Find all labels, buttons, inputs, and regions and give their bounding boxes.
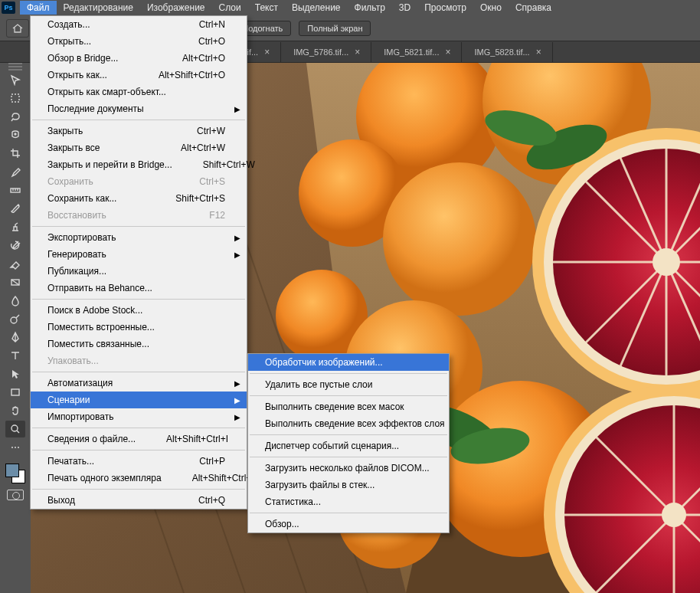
file-menu-item[interactable]: Печать одного экземпляраAlt+Shift+Ctrl+P [31, 470, 247, 487]
submenu-arrow-icon: ▶ [234, 234, 240, 242]
tool-crop[interactable] [5, 145, 25, 162]
fullscreen-button[interactable]: Полный экран [299, 21, 371, 36]
file-menu-item[interactable]: Поместить встроенные... [31, 319, 247, 336]
file-menu-item[interactable]: Поместить связанные... [31, 336, 247, 352]
menu-shortcut: Alt+Ctrl+O [152, 53, 225, 64]
menu-separator [250, 513, 447, 513]
menu-separator [32, 226, 245, 227]
color-swatches[interactable] [4, 462, 27, 485]
home-button[interactable] [6, 19, 29, 38]
close-icon[interactable]: × [355, 47, 360, 57]
quick-select-icon [9, 129, 21, 141]
file-menu-item[interactable]: Сведения о файле...Alt+Shift+Ctrl+I [31, 431, 247, 447]
file-menu-item[interactable]: Публикация... [31, 263, 247, 280]
file-menu-item[interactable]: Обзор в Bridge...Alt+Ctrl+O [31, 50, 247, 67]
file-menu-item[interactable]: Печатать...Ctrl+P [31, 453, 247, 470]
file-menu-item[interactable]: Закрыть и перейти в Bridge...Shift+Ctrl+… [31, 156, 247, 173]
file-menu-item[interactable]: Сценарии▶ [31, 392, 247, 408]
file-menu-item[interactable]: Импортировать▶ [31, 408, 247, 425]
tool-ruler[interactable] [5, 182, 25, 198]
menu-item-label: Выход [47, 495, 75, 506]
document-tab[interactable]: IMG_5828.tif...× [462, 42, 552, 62]
tool-eraser[interactable] [5, 255, 25, 272]
menu-item-label: Сценарии [47, 395, 90, 405]
file-menu-item[interactable]: ВыходCtrl+Q [31, 492, 247, 509]
scripts-menu-item[interactable]: Загрузить файлы в стек... [248, 477, 449, 493]
tool-move[interactable] [5, 71, 25, 88]
file-menu-item[interactable]: Генерировать▶ [31, 246, 247, 263]
brush-icon [9, 202, 21, 215]
tool-lasso[interactable] [5, 108, 25, 125]
file-menu-item[interactable]: Последние документы▶ [31, 100, 247, 117]
scripts-menu-item[interactable]: Обработчик изображений... [248, 354, 449, 371]
document-tab[interactable]: IMG_5786.tif...× [281, 42, 371, 62]
menubar-item-изображение[interactable]: Изображение [140, 1, 212, 15]
svg-point-3 [15, 133, 16, 135]
menubar-item-текст[interactable]: Текст [248, 1, 285, 15]
tool-quick-select[interactable] [5, 126, 25, 143]
menubar-item-файл[interactable]: Файл [20, 1, 57, 15]
menu-separator [250, 373, 447, 374]
tool-marquee[interactable] [5, 90, 25, 106]
file-menu-item[interactable]: Экспортировать▶ [31, 229, 247, 246]
scripts-menu-item[interactable]: Статистика... [248, 493, 449, 510]
file-menu-item[interactable]: Поиск в Adobe Stock... [31, 302, 247, 319]
menubar-item-редактирование[interactable]: Редактирование [57, 1, 140, 15]
file-menu-item[interactable]: ЗакрытьCtrl+W [31, 123, 247, 139]
scripts-menu-item[interactable]: Выполнить сведение всех эффектов слоя [248, 415, 449, 432]
tool-dodge[interactable] [5, 310, 25, 327]
lasso-icon [9, 110, 21, 123]
menu-separator [32, 372, 245, 372]
tool-history-brush[interactable] [5, 237, 25, 254]
scripts-menu-item[interactable]: Удалить все пустые слои [248, 376, 449, 393]
tool-more[interactable] [5, 439, 25, 456]
tool-zoom[interactable] [5, 421, 25, 437]
foreground-color[interactable] [5, 464, 19, 477]
menu-separator [32, 120, 245, 120]
panel-grip[interactable] [8, 66, 22, 67]
menu-item-label: Диспетчер событий сценария... [265, 441, 399, 451]
file-menu-item[interactable]: Сохранить как...Shift+Ctrl+S [31, 190, 247, 207]
file-menu-item: Упаковать... [31, 352, 247, 369]
blur-icon [9, 294, 21, 306]
menubar-item-окно[interactable]: Окно [473, 1, 509, 15]
tool-path-select[interactable] [5, 365, 25, 382]
close-icon[interactable]: × [264, 47, 270, 57]
file-menu-item[interactable]: Закрыть всеAlt+Ctrl+W [31, 139, 247, 156]
menubar-item-слои[interactable]: Слои [212, 1, 248, 15]
scripts-menu-item[interactable]: Загрузить несколько файлов DICOM... [248, 460, 449, 477]
document-tab[interactable]: IMG_5821.tif...× [371, 42, 462, 62]
tab-label: IMG_5828.tif... [474, 48, 529, 57]
menubar-item-3d[interactable]: 3D [392, 1, 417, 15]
scripts-menu-item[interactable]: Диспетчер событий сценария... [248, 437, 449, 454]
tool-eyedropper[interactable] [5, 163, 25, 180]
tool-brush[interactable] [5, 200, 25, 217]
close-icon[interactable]: × [536, 47, 541, 57]
menubar-item-просмотр[interactable]: Просмотр [417, 1, 473, 15]
menubar-item-фильтр[interactable]: Фильтр [348, 1, 392, 15]
menu-shortcut: Alt+Shift+Ctrl+O [128, 70, 225, 80]
quick-mask-icon[interactable] [7, 490, 24, 500]
tool-clone[interactable] [5, 218, 25, 235]
menu-shortcut: F12 [178, 210, 225, 221]
file-menu-item[interactable]: Открыть как смарт-объект... [31, 84, 247, 100]
tool-rectangle[interactable] [5, 384, 25, 401]
scripts-menu-item[interactable]: Обзор... [248, 516, 449, 532]
tool-type[interactable] [5, 347, 25, 364]
close-icon[interactable]: × [445, 47, 450, 57]
file-menu-item[interactable]: Автоматизация▶ [31, 375, 247, 392]
tool-hand[interactable] [5, 402, 25, 419]
menubar-item-выделение[interactable]: Выделение [285, 1, 348, 15]
file-menu-item[interactable]: Открыть...Ctrl+O [31, 33, 247, 50]
tool-pen[interactable] [5, 329, 25, 346]
scripts-menu-item[interactable]: Выполнить сведение всех масок [248, 398, 449, 415]
menu-separator [250, 457, 447, 457]
tool-blur[interactable] [5, 292, 25, 309]
file-menu-item[interactable]: Отправить на Behance... [31, 280, 247, 296]
svg-point-17 [18, 447, 19, 448]
tool-gradient[interactable] [5, 274, 25, 290]
menubar-item-справка[interactable]: Справка [509, 1, 558, 15]
submenu-arrow-icon: ▶ [234, 396, 240, 405]
file-menu-item[interactable]: Создать...Ctrl+N [31, 16, 247, 33]
file-menu-item[interactable]: Открыть как...Alt+Shift+Ctrl+O [31, 67, 247, 84]
